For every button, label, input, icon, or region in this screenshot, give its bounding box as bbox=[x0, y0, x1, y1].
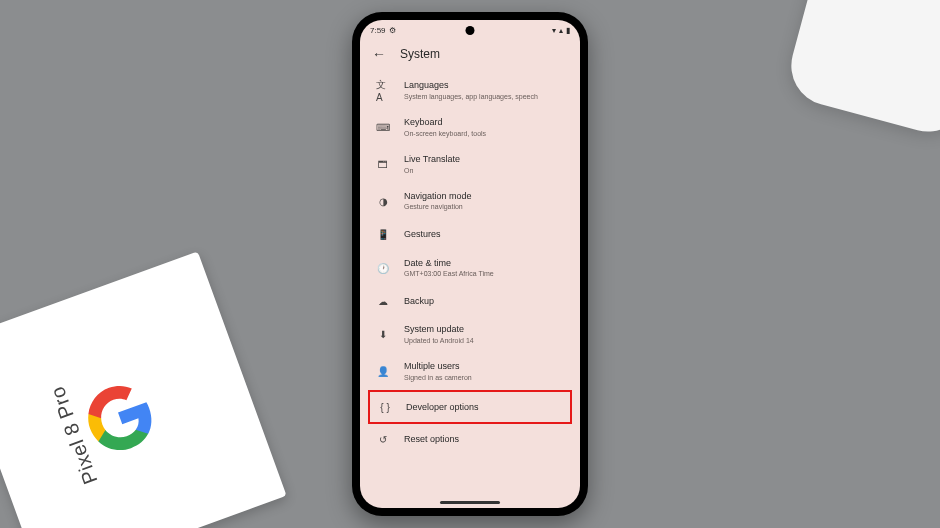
list-item-multiple-users[interactable]: 👤 Multiple users Signed in as cameron bbox=[364, 353, 576, 390]
signal-icon: ▴ bbox=[559, 26, 563, 35]
wifi-icon: ▾ bbox=[552, 26, 556, 35]
item-subtitle: Updated to Android 14 bbox=[404, 336, 474, 345]
item-subtitle: Signed in as cameron bbox=[404, 373, 472, 382]
item-title: Reset options bbox=[404, 434, 459, 445]
status-time: 7:59 bbox=[370, 26, 386, 35]
translate-icon: 🗔 bbox=[376, 157, 390, 171]
back-arrow-icon[interactable]: ← bbox=[372, 46, 386, 62]
item-title: Live Translate bbox=[404, 154, 460, 165]
page-header: ← System bbox=[360, 40, 580, 72]
reset-icon: ↺ bbox=[376, 432, 390, 446]
gestures-icon: 📱 bbox=[376, 228, 390, 242]
list-item-keyboard[interactable]: ⌨ Keyboard On-screen keyboard, tools bbox=[364, 109, 576, 146]
item-subtitle: System languages, app languages, speech bbox=[404, 92, 538, 101]
list-item-system-update[interactable]: ⬇ System update Updated to Android 14 bbox=[364, 316, 576, 353]
page-title: System bbox=[400, 47, 440, 61]
users-icon: 👤 bbox=[376, 365, 390, 379]
item-subtitle: Gesture navigation bbox=[404, 202, 472, 211]
item-title: Backup bbox=[404, 296, 434, 307]
camera-hole bbox=[466, 26, 475, 35]
item-subtitle: On-screen keyboard, tools bbox=[404, 129, 486, 138]
item-title: Keyboard bbox=[404, 117, 486, 128]
battery-icon: ▮ bbox=[566, 26, 570, 35]
list-item-reset-options[interactable]: ↺ Reset options bbox=[364, 424, 576, 454]
item-subtitle: On bbox=[404, 166, 460, 175]
earbuds-case bbox=[782, 0, 940, 141]
item-subtitle: GMT+03:00 East Africa Time bbox=[404, 269, 494, 278]
item-title: Languages bbox=[404, 80, 538, 91]
item-title: Multiple users bbox=[404, 361, 472, 372]
code-braces-icon: { } bbox=[378, 400, 392, 414]
item-title: Developer options bbox=[406, 402, 479, 413]
settings-icon: ⚙ bbox=[389, 26, 396, 35]
list-item-live-translate[interactable]: 🗔 Live Translate On bbox=[364, 146, 576, 183]
keyboard-icon: ⌨ bbox=[376, 120, 390, 134]
settings-list: 文A Languages System languages, app langu… bbox=[360, 72, 580, 454]
item-title: Gestures bbox=[404, 229, 441, 240]
list-item-developer-options[interactable]: { } Developer options bbox=[368, 390, 572, 424]
nav-handle[interactable] bbox=[440, 501, 500, 504]
navigation-icon: ◑ bbox=[376, 194, 390, 208]
update-icon: ⬇ bbox=[376, 328, 390, 342]
list-item-languages[interactable]: 文A Languages System languages, app langu… bbox=[364, 72, 576, 109]
phone-screen: 7:59 ⚙ ▾ ▴ ▮ ← System 文A Languages Syste… bbox=[360, 20, 580, 508]
list-item-backup[interactable]: ☁ Backup bbox=[364, 286, 576, 316]
list-item-date-time[interactable]: 🕐 Date & time GMT+03:00 East Africa Time bbox=[364, 250, 576, 287]
list-item-gestures[interactable]: 📱 Gestures bbox=[364, 220, 576, 250]
item-title: System update bbox=[404, 324, 474, 335]
list-item-navigation-mode[interactable]: ◑ Navigation mode Gesture navigation bbox=[364, 183, 576, 220]
item-title: Date & time bbox=[404, 258, 494, 269]
clock-icon: 🕐 bbox=[376, 261, 390, 275]
cloud-icon: ☁ bbox=[376, 294, 390, 308]
phone-frame: 7:59 ⚙ ▾ ▴ ▮ ← System 文A Languages Syste… bbox=[352, 12, 588, 516]
item-title: Navigation mode bbox=[404, 191, 472, 202]
languages-icon: 文A bbox=[376, 83, 390, 97]
product-box: Pixel 8 Pro bbox=[0, 251, 287, 528]
